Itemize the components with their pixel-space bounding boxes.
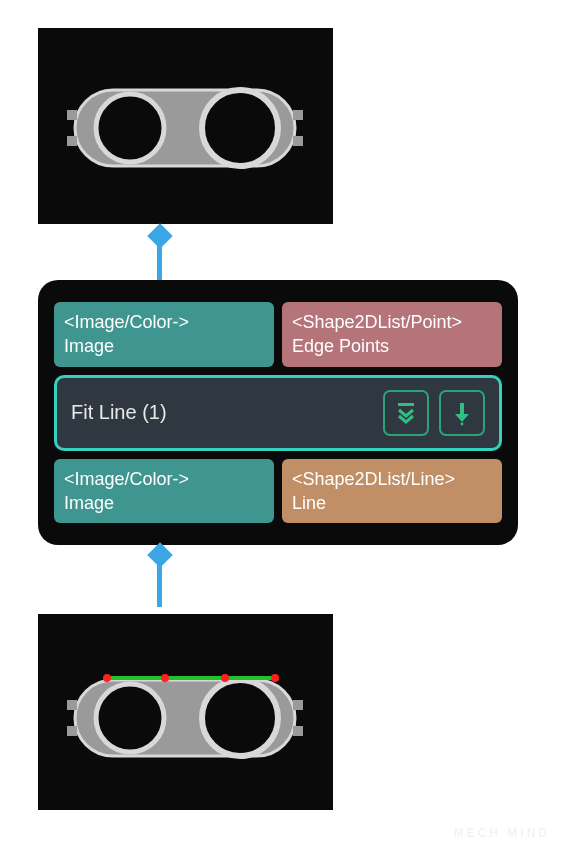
part-with-line-icon [38, 614, 333, 810]
output-image-preview [38, 614, 333, 810]
port-label: Edge Points [292, 334, 492, 358]
node-inputs-row: <Image/Color-> Image <Shape2DList/Point>… [54, 302, 502, 367]
svg-point-26 [271, 674, 279, 682]
node-button-group [383, 390, 485, 436]
svg-point-24 [161, 674, 169, 682]
svg-rect-21 [293, 726, 303, 736]
port-label: Line [292, 491, 492, 515]
svg-point-3 [96, 94, 164, 162]
svg-point-12 [461, 422, 464, 425]
svg-rect-9 [398, 403, 414, 406]
port-label: Image [64, 334, 264, 358]
watermark: MECH MIND [454, 826, 550, 840]
expand-button[interactable] [383, 390, 429, 436]
double-chevron-down-icon [393, 400, 419, 426]
arrow-down-icon [449, 400, 475, 426]
input-port-image[interactable]: <Image/Color-> Image [54, 302, 274, 367]
port-label: Image [64, 491, 264, 515]
input-image-preview [38, 28, 333, 224]
fit-line-node[interactable]: <Image/Color-> Image <Shape2DList/Point>… [38, 280, 518, 545]
svg-rect-10 [460, 403, 464, 415]
svg-point-25 [221, 674, 229, 682]
svg-rect-6 [67, 136, 77, 146]
node-header[interactable]: Fit Line (1) [54, 375, 502, 451]
output-port-line[interactable]: <Shape2DList/Line> Line [282, 459, 502, 524]
output-port-image[interactable]: <Image/Color-> Image [54, 459, 274, 524]
part-icon [38, 28, 333, 224]
node-outputs-row: <Image/Color-> Image <Shape2DList/Line> … [54, 459, 502, 524]
svg-rect-7 [293, 110, 303, 120]
port-type: <Shape2DList/Line> [292, 467, 492, 491]
svg-point-23 [103, 674, 111, 682]
svg-rect-5 [67, 110, 77, 120]
svg-point-17 [202, 680, 278, 756]
svg-rect-8 [293, 136, 303, 146]
port-type: <Image/Color-> [64, 310, 264, 334]
node-title: Fit Line (1) [71, 401, 167, 424]
svg-rect-18 [67, 700, 77, 710]
port-type: <Image/Color-> [64, 467, 264, 491]
input-port-edge-points[interactable]: <Shape2DList/Point> Edge Points [282, 302, 502, 367]
svg-marker-11 [455, 414, 469, 422]
connector-line [157, 557, 162, 607]
svg-rect-20 [293, 700, 303, 710]
run-button[interactable] [439, 390, 485, 436]
port-type: <Shape2DList/Point> [292, 310, 492, 334]
svg-rect-19 [67, 726, 77, 736]
svg-point-16 [96, 684, 164, 752]
svg-point-4 [202, 90, 278, 166]
